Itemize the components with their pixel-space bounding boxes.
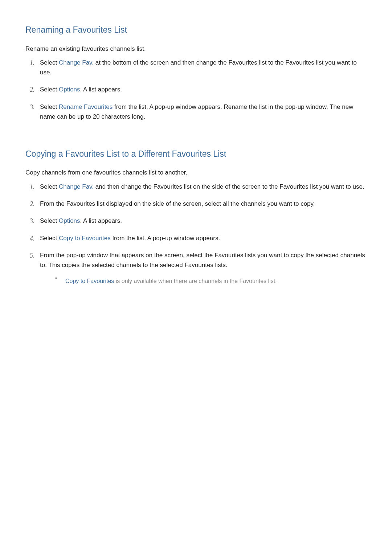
section-heading-copying: Copying a Favourites List to a Different… — [25, 148, 367, 160]
step-text-suffix: from the list. A pop-up window appears. — [111, 235, 220, 242]
note-marker-icon: " — [55, 275, 57, 283]
step-number: 2. — [30, 85, 35, 95]
note-highlight: Copy to Favourites — [65, 278, 114, 284]
step-list-renaming: 1. Select Change Fav. at the bottom of t… — [25, 58, 367, 122]
step-highlight: Copy to Favourites — [59, 235, 111, 242]
step-number: 4. — [30, 233, 35, 244]
note-item: " Copy to Favourites is only available w… — [40, 276, 367, 286]
step-number: 2. — [30, 199, 35, 209]
step-item: 2. From the Favourites list displayed on… — [25, 199, 367, 209]
step-text-prefix: Select — [40, 86, 59, 93]
step-item: 5. From the pop-up window that appears o… — [25, 250, 367, 286]
step-text-suffix: . A list appears. — [80, 217, 122, 224]
step-text-suffix: From the pop-up window that appears on t… — [40, 252, 365, 268]
step-highlight: Options — [59, 217, 80, 224]
intro-text-copying: Copy channels from one favourites channe… — [25, 168, 367, 177]
step-text-prefix: Select — [40, 235, 59, 242]
step-highlight: Change Fav. — [59, 183, 94, 190]
step-highlight: Change Fav. — [59, 59, 94, 66]
step-text-prefix: Select — [40, 183, 59, 190]
step-number: 1. — [30, 182, 35, 192]
step-number: 3. — [30, 216, 35, 226]
step-number: 5. — [30, 250, 35, 261]
note-text: is only available when there are channel… — [114, 278, 277, 284]
step-highlight: Rename Favourites — [59, 103, 113, 110]
step-item: 1. Select Change Fav. at the bottom of t… — [25, 58, 367, 77]
step-text-prefix: Select — [40, 59, 59, 66]
step-text-prefix: Select — [40, 103, 59, 110]
step-item: 3. Select Rename Favourites from the lis… — [25, 102, 367, 122]
step-text-prefix: Select — [40, 217, 59, 224]
step-item: 4. Select Copy to Favourites from the li… — [25, 233, 367, 243]
section-heading-renaming: Renaming a Favourites List — [25, 24, 367, 36]
step-text-suffix: and then change the Favourites list on t… — [94, 183, 364, 190]
intro-text-renaming: Rename an existing favourites channels l… — [25, 44, 367, 54]
step-text-suffix: From the Favourites list displayed on th… — [40, 200, 315, 207]
step-list-copying: 1. Select Change Fav. and then change th… — [25, 182, 367, 286]
step-item: 2. Select Options. A list appears. — [25, 85, 367, 94]
step-text-suffix: . A list appears. — [80, 86, 122, 93]
step-item: 3. Select Options. A list appears. — [25, 216, 367, 226]
step-item: 1. Select Change Fav. and then change th… — [25, 182, 367, 192]
step-number: 3. — [30, 102, 35, 112]
step-number: 1. — [30, 58, 35, 68]
step-highlight: Options — [59, 86, 80, 93]
